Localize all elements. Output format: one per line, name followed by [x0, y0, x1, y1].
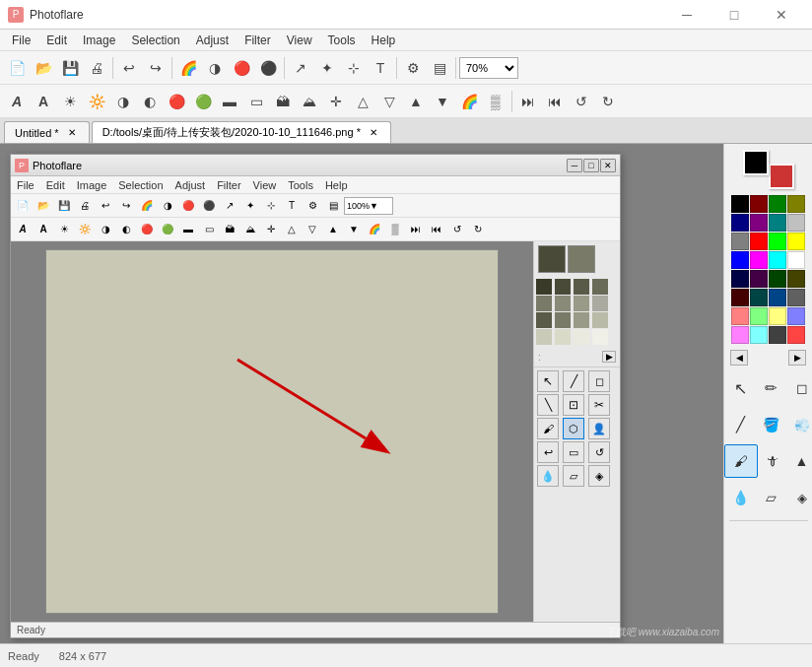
inner-maximize[interactable]: □ [583, 159, 599, 172]
inner2-rb2[interactable]: ▭ [199, 221, 219, 238]
inner-arrow[interactable]: ↗ [220, 197, 239, 215]
inner2-rbow[interactable]: 🌈 [365, 221, 384, 238]
tb2-rainbow[interactable]: 🌈 [456, 89, 482, 114]
swatch-dark-olive2[interactable] [787, 270, 805, 288]
inner-sw-14[interactable] [555, 329, 571, 345]
close-button[interactable]: ✕ [759, 0, 804, 30]
inner-sw-2[interactable] [555, 279, 571, 295]
tb2-brightness2[interactable]: 🔆 [84, 89, 109, 114]
inner2-ai[interactable]: A [13, 221, 33, 238]
palette-next[interactable]: ▶ [788, 350, 806, 366]
tb2-color1[interactable]: 🔴 [164, 89, 189, 114]
swatch-maroon[interactable] [731, 289, 749, 306]
inner-lines[interactable]: ▤ [323, 197, 343, 215]
inner2-bk[interactable]: ⏮ [427, 221, 446, 238]
inner-wand[interactable]: ✦ [240, 197, 260, 215]
inner2-c2[interactable]: ◐ [116, 221, 136, 238]
tab-file[interactable]: D:/tools/桌面/待上传安装包/2020-10-10_111646.png… [92, 121, 391, 143]
tab-file-close[interactable]: ✕ [367, 126, 380, 140]
inner-tool-2[interactable]: ╱ [563, 370, 584, 392]
inner-sw-16[interactable] [592, 329, 608, 345]
inner2-t1[interactable]: △ [282, 221, 302, 238]
inner-tool-9[interactable]: 👤 [588, 418, 610, 439]
inner-menu-filter[interactable]: Filter [211, 176, 246, 194]
inner-sw-13[interactable] [536, 329, 552, 345]
menu-file[interactable]: File [4, 30, 38, 51]
tool-smudge[interactable]: ▱ [755, 481, 788, 514]
tool-clone[interactable]: 🗡 [755, 444, 788, 478]
tool-redeye[interactable]: ◈ [785, 481, 813, 514]
inner-menu-image[interactable]: Image [71, 176, 113, 194]
undo-button[interactable]: ↩ [116, 55, 142, 81]
tb2-move[interactable]: ✛ [323, 89, 349, 114]
swatch-light-green[interactable] [750, 307, 768, 325]
inner-menu-file[interactable]: File [11, 176, 40, 194]
inner-sw-9[interactable] [536, 312, 552, 328]
tb2-tri3[interactable]: ▲ [403, 89, 429, 114]
inner-sw-4[interactable] [592, 279, 608, 295]
swatch-light-red[interactable] [731, 307, 749, 325]
tool-select[interactable]: ↖ [724, 371, 758, 405]
tb2-tri2[interactable]: ▽ [376, 89, 402, 114]
inner-text-t[interactable]: T [282, 197, 302, 215]
inner-print[interactable]: 🖨 [75, 197, 95, 215]
inner2-mv[interactable]: ✛ [261, 221, 281, 238]
options-button[interactable]: ▤ [427, 55, 452, 81]
swatch-cyan[interactable] [769, 251, 786, 269]
inner-zoom[interactable]: 100%▼ [344, 197, 393, 215]
tool-erase[interactable]: ◻ [785, 371, 813, 405]
tb2-skip1[interactable]: ⏭ [515, 89, 541, 114]
inner-fg-swatch[interactable] [538, 245, 566, 273]
inner-tool-12[interactable]: ↺ [588, 441, 610, 463]
tool-brush[interactable]: 🖌 [724, 444, 758, 478]
inner-tool-5[interactable]: ⊡ [563, 394, 584, 416]
tb2-color2[interactable]: 🟢 [190, 89, 216, 114]
swatch-red[interactable] [750, 233, 768, 250]
canvas-image[interactable] [45, 249, 499, 614]
minimize-button[interactable]: ─ [664, 0, 710, 30]
inner2-fwd[interactable]: ⏭ [406, 221, 426, 238]
inner-colors[interactable]: 🌈 [137, 197, 157, 215]
swatch-magenta[interactable] [750, 251, 768, 269]
swatch-dark-red[interactable] [750, 195, 768, 213]
tb2-mountain1[interactable]: 🏔 [270, 89, 296, 114]
inner-col2[interactable]: ⚫ [199, 197, 219, 215]
inner2-grey[interactable]: ▒ [385, 221, 405, 238]
tb2-text-a1[interactable]: A [4, 89, 30, 114]
swatch-silver[interactable] [787, 214, 805, 232]
swatch-dark-teal2[interactable] [750, 289, 768, 306]
inner-menu-view[interactable]: View [247, 176, 283, 194]
tb2-tri4[interactable]: ▼ [430, 89, 455, 114]
inner-tool-10[interactable]: ↩ [537, 441, 559, 463]
inner-contrast[interactable]: ◑ [158, 197, 177, 215]
inner-save[interactable]: 💾 [54, 197, 74, 215]
menu-filter[interactable]: Filter [237, 30, 279, 51]
background-color-box[interactable] [769, 164, 794, 189]
swatch-dark-green2[interactable] [769, 270, 786, 288]
menu-image[interactable]: Image [75, 30, 123, 51]
inner2-t2[interactable]: ▽ [303, 221, 322, 238]
hue-button[interactable]: 🌈 [175, 55, 201, 81]
tool-stamp[interactable]: ▲ [785, 444, 813, 478]
inner-redo[interactable]: ↪ [116, 197, 136, 215]
inner-sw-8[interactable] [592, 296, 608, 311]
color1-button[interactable]: 🔴 [229, 55, 254, 81]
inner-sw-7[interactable] [574, 296, 589, 311]
swatch-dark-green[interactable] [769, 195, 786, 213]
swatch-light-magenta[interactable] [731, 326, 749, 344]
color2-button[interactable]: ⚫ [255, 55, 281, 81]
tb2-contrast2[interactable]: ◐ [137, 89, 163, 114]
swatch-lime[interactable] [769, 233, 786, 250]
inner-new[interactable]: 📄 [13, 197, 33, 215]
inner-tool-3[interactable]: ◻ [588, 370, 610, 392]
inner-gear[interactable]: ⚙ [303, 197, 322, 215]
inner2-c1[interactable]: ◑ [96, 221, 115, 238]
inner-menu-selection[interactable]: Selection [112, 176, 169, 194]
menu-edit[interactable]: Edit [38, 30, 75, 51]
tool-spray[interactable]: 💨 [785, 408, 813, 441]
swatch-teal[interactable] [769, 214, 786, 232]
crop-button[interactable]: ⊹ [341, 55, 367, 81]
swatch-dim-grey[interactable] [787, 289, 805, 306]
inner-tool-14[interactable]: ▱ [563, 465, 584, 487]
inner2-sun[interactable]: ☀ [54, 221, 74, 238]
